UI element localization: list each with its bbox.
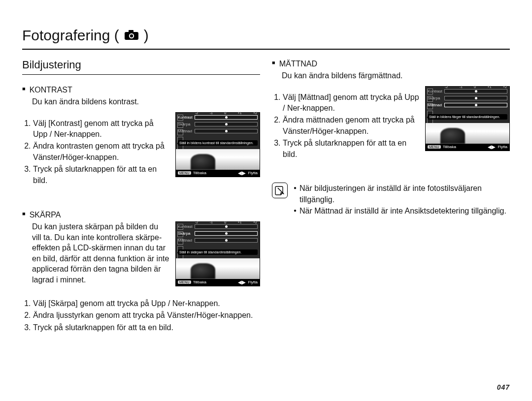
- skarpa-intro: Du kan justera skärpan på bilden du vill…: [32, 221, 169, 285]
- page-number: 047: [497, 383, 510, 391]
- square-bullet-icon: ■: [272, 60, 275, 65]
- mattnad-screenshot: Kontrast-2-10+1+2SkärpaMättnadStäll in b…: [425, 86, 510, 151]
- subheading-bildjustering: Bildjustering: [22, 59, 260, 71]
- divider: [22, 74, 260, 75]
- bullet-icon: ●: [294, 205, 297, 216]
- svg-point-3: [130, 34, 133, 37]
- title-text-b: ): [144, 27, 149, 44]
- note-box: ●När bildjusteringen är inställd är inte…: [272, 183, 510, 217]
- skarpa-screenshot: Kontrast-2-10+1+2SkärpaMättnadStäll in s…: [175, 221, 260, 286]
- camera-icon: [124, 27, 139, 44]
- title-text-a: Fotografering (: [22, 27, 119, 44]
- mattnad-title: MÄTTNAD: [279, 60, 317, 68]
- skarpa-title: SKÄRPA: [30, 211, 61, 219]
- list-item: Tryck på slutarknappen för att ta en bil…: [283, 138, 419, 160]
- list-item: Ändra kontrasten genom att trycka på Vän…: [33, 141, 169, 163]
- kontrast-steps: Välj [Kontrast] genom att trycka på Upp …: [22, 118, 169, 186]
- kontrast-title: KONTRAST: [30, 86, 72, 94]
- list-item: Tryck på slutarknappen för att ta en bil…: [33, 322, 260, 333]
- kontrast-intro: Du kan ändra bildens kontrast.: [32, 96, 260, 107]
- page-title: Fotografering ( ): [22, 27, 510, 50]
- list-item: Välj [Skärpa] genom att trycka på Upp / …: [33, 298, 260, 309]
- svg-rect-1: [129, 30, 133, 32]
- bullet-icon: ●: [294, 183, 297, 205]
- skarpa-steps: Välj [Skärpa] genom att trycka på Upp / …: [22, 298, 260, 333]
- mattnad-steps: Välj [Mättnad] genom att trycka på Upp /…: [272, 92, 419, 160]
- note-item: När Mättnad är inställd är inte Ansiktsd…: [299, 205, 506, 216]
- kontrast-screenshot: Kontrast-2-10+1+2SkärpaMättnadStäll in b…: [175, 112, 260, 177]
- mattnad-intro: Du kan ändra bildens färgmättnad.: [282, 70, 510, 81]
- list-item: Ändra mättnaden genom att trycka på Väns…: [283, 115, 419, 137]
- note-icon: [272, 183, 288, 198]
- list-item: Välj [Kontrast] genom att trycka på Upp …: [33, 118, 169, 140]
- square-bullet-icon: ■: [22, 86, 26, 92]
- list-item: Ändra ljusstyrkan genom att trycka på Vä…: [33, 310, 260, 321]
- list-item: Välj [Mättnad] genom att trycka på Upp /…: [283, 92, 419, 114]
- note-item: När bildjusteringen är inställd är inte …: [299, 183, 510, 205]
- square-bullet-icon: ■: [22, 211, 26, 216]
- list-item: Tryck på slutarknappen för att ta en bil…: [33, 164, 169, 186]
